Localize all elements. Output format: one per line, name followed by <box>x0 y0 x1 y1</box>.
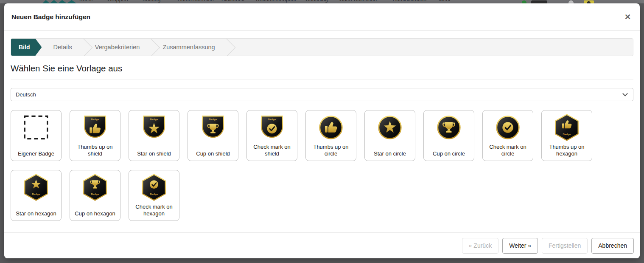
modal-header: Neuen Badge hinzufügen ✕ <box>4 3 640 31</box>
badge-template-label: Star on circle <box>367 150 413 157</box>
check-circle-icon <box>493 113 523 144</box>
help-icon <box>568 0 574 3</box>
background-nav-item: Mehr <box>439 0 451 3</box>
cancel-button[interactable]: Abbrechen <box>591 238 634 254</box>
badge-template-circle-check[interactable]: Check mark on circle <box>482 110 533 161</box>
check-hexagon-icon: Badge <box>139 173 169 204</box>
badge-template-shield-check[interactable]: BadgeCheck mark on shield <box>246 110 297 161</box>
badge-template-label: Star on hexagon <box>13 210 59 217</box>
template-section-heading: Wählen Sie eine Vorlage aus <box>11 63 633 79</box>
step-vergabekriterien-label: Vergabekriterien <box>95 44 140 51</box>
background-nav-item: Autorenbereich <box>178 0 214 3</box>
modal-footer: « Zurück Weiter » Fertigstellen Abbreche… <box>4 232 640 258</box>
star-circle-icon <box>375 113 405 144</box>
background-nav-item: Dokumentenpool <box>256 0 296 3</box>
badge-template-hexagon-star[interactable]: BadgeStar on hexagon <box>11 170 62 221</box>
badge-template-label: Star on shield <box>131 150 177 157</box>
cup-circle-icon <box>434 113 464 144</box>
background-nav-item: Video Collection <box>339 0 377 3</box>
badge-template-label: Check mark on shield <box>249 144 295 157</box>
background-nav-item: Gruppen <box>107 0 128 3</box>
modal-title: Neuen Badge hinzufügen <box>11 13 90 21</box>
step-zusammenfassung-label: Zusammenfassung <box>162 44 215 51</box>
finish-button: Fertigstellen <box>542 238 588 254</box>
star-shield-icon: Badge <box>139 113 169 144</box>
background-nav-item: Administration <box>393 0 426 3</box>
cup-hexagon-icon: Badge <box>80 173 110 204</box>
close-icon[interactable]: ✕ <box>623 11 633 23</box>
badge-template-circle-cup[interactable]: Cup on circle <box>423 110 474 161</box>
thumbs-up-shield-icon: Badge <box>80 113 110 144</box>
badge-template-circle-thumbs-up[interactable]: Thumbs up on circle <box>305 110 356 161</box>
badge-template-label: Thumbs up on hexagon <box>543 144 590 157</box>
svg-text:Badge: Badge <box>209 118 217 121</box>
badge-template-label: Cup on circle <box>426 150 472 157</box>
background-nav-item: Katalog <box>143 0 160 3</box>
svg-text:Badge: Badge <box>268 118 276 121</box>
custom-badge-icon <box>21 113 51 144</box>
svg-text:Badge: Badge <box>150 118 158 121</box>
next-button[interactable]: Weiter » <box>502 238 538 254</box>
badge-template-shield-thumbs-up[interactable]: BadgeThumbs up on shield <box>70 110 120 161</box>
wizard-steps: Bild Details Vergabekriterien Zusammenfa… <box>11 38 633 56</box>
badge-template-custom[interactable]: Eigener Badge <box>11 110 62 161</box>
badge-template-shield-cup[interactable]: BadgeCup on shield <box>188 110 238 161</box>
step-zusammenfassung[interactable]: Zusammenfassung <box>151 39 226 56</box>
badge-template-label: Check mark on circle <box>484 144 531 157</box>
svg-text:Badge: Badge <box>32 193 40 195</box>
language-select[interactable]: Deutsch <box>11 88 633 101</box>
badge-template-hexagon-cup[interactable]: BadgeCup on hexagon <box>70 170 120 221</box>
thumbs-up-hexagon-icon: Badge <box>552 113 582 144</box>
star-hexagon-icon: Badge <box>21 173 51 204</box>
badge-template-label: Cup on shield <box>190 150 236 157</box>
badge-template-label: Cup on hexagon <box>72 210 118 217</box>
badge-template-circle-star[interactable]: Star on circle <box>364 110 415 161</box>
step-vergabekriterien[interactable]: Vergabekriterien <box>84 39 151 56</box>
status-dot-icon <box>522 0 526 3</box>
background-nav-item: Kurse <box>79 0 93 3</box>
language-select-wrap: Deutsch <box>11 88 633 101</box>
check-shield-icon: Badge <box>257 113 287 144</box>
progress-pill-icon <box>531 0 547 3</box>
background-nav-item: Coaching <box>305 0 328 3</box>
step-bild-label: Bild <box>19 44 30 51</box>
add-badge-modal: Neuen Badge hinzufügen ✕ Bild Details Ve… <box>4 3 640 258</box>
svg-text:Badge: Badge <box>563 133 571 136</box>
cup-shield-icon: Badge <box>198 113 228 144</box>
step-bild[interactable]: Bild <box>11 39 42 56</box>
badge-template-grid: Eigener BadgeBadgeThumbs up on shieldBad… <box>11 110 633 221</box>
badge-template-shield-star[interactable]: BadgeStar on shield <box>129 110 179 161</box>
thumbs-up-circle-icon <box>316 113 346 144</box>
background-nav-item: Bibliothek <box>221 0 244 3</box>
badge-template-label: Thumbs up on circle <box>308 144 354 157</box>
step-details-label: Details <box>53 44 72 51</box>
svg-text:Badge: Badge <box>91 193 99 195</box>
badge-template-hexagon-thumbs-up[interactable]: BadgeThumbs up on hexagon <box>541 110 592 161</box>
badge-template-label: Check mark on hexagon <box>131 204 177 217</box>
badge-template-label: Thumbs up on shield <box>72 144 118 157</box>
background-page-navbar: KurseGruppenKatalogAutorenbereichBibliot… <box>0 0 644 3</box>
badge-template-hexagon-check[interactable]: BadgeCheck mark on hexagon <box>129 170 179 221</box>
back-button: « Zurück <box>462 238 498 254</box>
background-logo <box>42 0 76 3</box>
avatar <box>584 0 594 3</box>
svg-text:Badge: Badge <box>91 118 99 121</box>
svg-text:Badge: Badge <box>150 193 158 195</box>
badge-template-label: Eigener Badge <box>13 150 59 157</box>
